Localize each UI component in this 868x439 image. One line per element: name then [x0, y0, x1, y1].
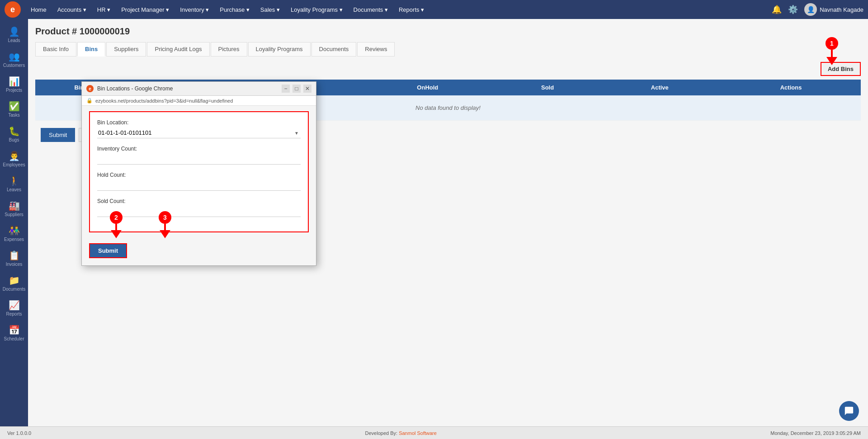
user-menu[interactable]: 👤 Navnath Kagade [804, 3, 863, 16]
bin-location-label: Bin Location: [97, 119, 301, 126]
sidebar-item-employees[interactable]: 👨‍💼 Employees [0, 147, 28, 171]
nav-loyality[interactable]: Loyality Programs ▾ [286, 5, 347, 15]
tab-suppliers[interactable]: Suppliers [106, 42, 146, 57]
scheduler-icon: 📅 [9, 325, 20, 335]
user-name: Navnath Kagade [820, 6, 863, 13]
nav-home[interactable]: Home [26, 5, 51, 15]
notification-icon[interactable]: 🔔 [772, 5, 782, 14]
hold-count-label: Hold Count: [97, 172, 301, 178]
suppliers-icon: 🏭 [9, 200, 20, 211]
nav-hr[interactable]: HR ▾ [93, 5, 115, 15]
tab-reviews[interactable]: Reviews [357, 42, 395, 57]
sidebar-item-reports[interactable]: 📈 Reports [0, 296, 28, 320]
col-sold: Sold [497, 80, 599, 95]
nav-right: 🔔 ⚙️ 👤 Navnath Kagade [772, 3, 863, 16]
nav-menu: Home Accounts ▾ HR ▾ Project Manager ▾ I… [26, 5, 772, 15]
sidebar-item-projects[interactable]: 📊 Projects [0, 72, 28, 96]
sidebar-item-leads[interactable]: 👤 Leads [0, 23, 28, 47]
popup-url[interactable]: ezybooks.net/products/addbins?pid=3&id=n… [95, 98, 233, 104]
sidebar-item-label: Leaves [7, 187, 21, 192]
toolbar: Add Bins 1 [35, 62, 861, 76]
popup-body: Bin Location: 01-01-1-01-0101101 ▼ Inven… [82, 106, 316, 238]
nav-sales[interactable]: Sales ▾ [256, 5, 284, 15]
customers-icon: 👥 [9, 51, 20, 62]
popup-submit-button[interactable]: Submit [89, 243, 127, 258]
sidebar-item-label: Customers [3, 63, 25, 68]
tab-pricing-audit-logs[interactable]: Pricing Audit Logs [147, 42, 209, 57]
sidebar-item-expenses[interactable]: 👫 Expenses [0, 222, 28, 245]
page-title: Product # 1000000019 [35, 26, 861, 37]
tab-loyality-programs[interactable]: Loyality Programs [248, 42, 311, 57]
tab-documents[interactable]: Documents [311, 42, 357, 57]
nav-documents[interactable]: Documents ▾ [349, 5, 392, 15]
add-bins-button[interactable]: Add Bins [821, 62, 861, 76]
sidebar-item-customers[interactable]: 👥 Customers [0, 47, 28, 71]
sidebar-item-leaves[interactable]: 🚶 Leaves [0, 172, 28, 196]
hold-count-input[interactable] [97, 180, 301, 191]
window-controls: − □ ✕ [282, 85, 311, 93]
sidebar-item-label: Expenses [4, 237, 24, 242]
popup-titlebar: e Bin Locations - Google Chrome − □ ✕ [82, 82, 316, 96]
maximize-button[interactable]: □ [292, 85, 301, 93]
lock-icon: 🔒 [86, 98, 93, 104]
col-active: Active [598, 80, 721, 95]
leads-icon: 👤 [9, 26, 20, 37]
submit-button[interactable]: Submit [41, 128, 75, 142]
sidebar-item-documents[interactable]: 📁 Documents [0, 271, 28, 295]
hold-count-field: Hold Count: [97, 172, 301, 191]
nav-purchase[interactable]: Purchase ▾ [215, 5, 254, 15]
sidebar-item-label: Leads [8, 38, 20, 43]
tasks-icon: ✅ [9, 101, 20, 112]
nav-accounts[interactable]: Accounts ▾ [53, 5, 91, 15]
sidebar-item-label: Invoices [6, 262, 23, 267]
col-onhold: OnHold [359, 80, 497, 95]
sidebar-item-invoices[interactable]: 📋 Invoices [0, 246, 28, 270]
bin-location-select[interactable]: 01-01-1-01-0101101 [97, 127, 301, 138]
sold-count-input[interactable] [97, 206, 301, 217]
sidebar-item-label: Scheduler [4, 336, 24, 341]
top-navigation: e Home Accounts ▾ HR ▾ Project Manager ▾… [0, 0, 868, 19]
tab-bar: Basic Info Bins Suppliers Pricing Audit … [35, 42, 861, 57]
sidebar: 👤 Leads 👥 Customers 📊 Projects ✅ Tasks 🐛… [0, 19, 28, 426]
popup-title: Bin Locations - Google Chrome [97, 85, 278, 92]
sidebar-item-tasks[interactable]: ✅ Tasks [0, 97, 28, 121]
nav-inventory[interactable]: Inventory ▾ [175, 5, 213, 15]
popup-window[interactable]: e Bin Locations - Google Chrome − □ ✕ 🔒 … [81, 81, 316, 266]
sidebar-item-label: Reports [6, 312, 22, 316]
tab-basic-info[interactable]: Basic Info [35, 42, 76, 57]
sidebar-item-scheduler[interactable]: 📅 Scheduler [0, 321, 28, 345]
popup-form: Bin Location: 01-01-1-01-0101101 ▼ Inven… [89, 111, 309, 232]
tab-pictures[interactable]: Pictures [211, 42, 247, 57]
reports-icon: 📈 [9, 300, 20, 311]
bin-location-field: Bin Location: 01-01-1-01-0101101 ▼ [97, 119, 301, 138]
sidebar-item-suppliers[interactable]: 🏭 Suppliers [0, 197, 28, 221]
col-actions: Actions [721, 80, 861, 95]
expenses-icon: 👫 [9, 225, 20, 236]
chrome-icon: e [86, 85, 94, 92]
bin-location-select-wrapper: 01-01-1-01-0101101 ▼ [97, 127, 301, 138]
inventory-count-label: Inventory Count: [97, 146, 301, 152]
invoices-icon: 📋 [9, 250, 20, 261]
sidebar-item-label: Documents [3, 287, 26, 292]
nav-project-manager[interactable]: Project Manager ▾ [117, 5, 174, 15]
close-button[interactable]: ✕ [303, 85, 311, 93]
sidebar-item-label: Tasks [8, 113, 20, 118]
nav-reports[interactable]: Reports ▾ [394, 5, 429, 15]
minimize-button[interactable]: − [282, 85, 290, 93]
inventory-count-field: Inventory Count: [97, 146, 301, 165]
app-logo[interactable]: e [5, 1, 21, 18]
tab-bins[interactable]: Bins [77, 42, 105, 57]
popup-footer: 2 Submit 3 [82, 238, 316, 265]
projects-icon: 📊 [9, 76, 20, 87]
employees-icon: 👨‍💼 [9, 151, 20, 161]
sidebar-item-label: Projects [6, 88, 22, 93]
sidebar-item-label: Suppliers [5, 212, 24, 217]
sold-count-label: Sold Count: [97, 198, 301, 204]
settings-icon[interactable]: ⚙️ [788, 5, 798, 14]
inventory-count-input[interactable] [97, 154, 301, 165]
sidebar-item-bugs[interactable]: 🐛 Bugs [0, 122, 28, 146]
popup-addressbar: 🔒 ezybooks.net/products/addbins?pid=3&id… [82, 96, 316, 106]
chat-button[interactable] [839, 401, 859, 421]
sidebar-item-label: Employees [3, 162, 25, 167]
documents-icon: 📁 [9, 275, 20, 286]
